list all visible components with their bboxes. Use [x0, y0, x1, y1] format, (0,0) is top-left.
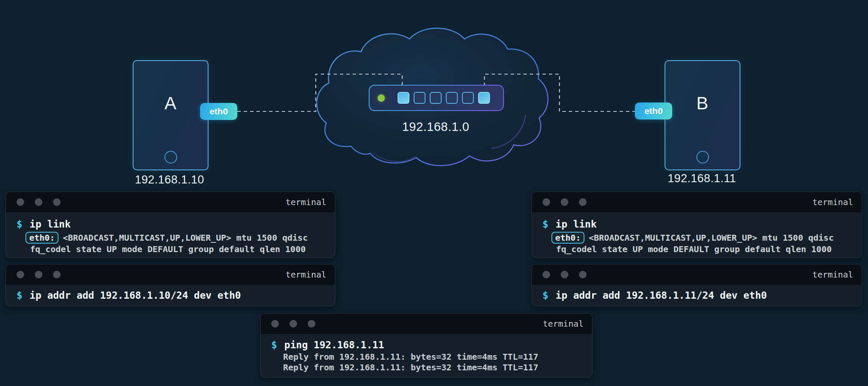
window-dot-icon	[53, 271, 61, 278]
network-diagram-canvas: A eth0 192.168.1.10 B eth0 192.168.1.11 …	[0, 0, 868, 386]
terminal-title: terminal	[543, 319, 584, 329]
terminal-body: $ ip addr add 192.168.1.10/24 dev eth0	[6, 285, 335, 302]
output-line: fq_codel state UP mode DEFAULT group def…	[30, 244, 327, 255]
host-a-ip-label: 192.168.1.10	[119, 173, 220, 186]
shell-prompt: $	[271, 338, 277, 352]
host-node-b: B	[665, 60, 740, 170]
window-dot-icon	[542, 198, 550, 206]
terminal-titlebar: terminal	[6, 264, 335, 285]
window-dot-icon	[289, 320, 297, 328]
switch-port-4	[446, 92, 458, 104]
command-line: $ ping 192.168.1.11	[271, 338, 584, 352]
shell-prompt: $	[542, 289, 548, 302]
terminal-body: $ ip link eth0: <BROADCAST,MULTICAST,UP,…	[6, 212, 335, 255]
shell-prompt: $	[17, 217, 22, 231]
host-a-label: A	[134, 61, 208, 146]
host-b-label: B	[665, 61, 740, 146]
command-line: $ ip addr add 192.168.1.11/24 dev eth0	[542, 289, 854, 302]
command-text: ip addr add 192.168.1.10/24 dev eth0	[30, 289, 241, 302]
ping-reply-line: Reply from 192.168.1.11: bytes=32 time=4…	[283, 362, 584, 373]
window-dot-icon	[579, 271, 587, 278]
terminal-titlebar: terminal	[6, 192, 335, 212]
window-dot-icon	[35, 198, 42, 206]
host-b-eth0-badge: eth0	[635, 103, 672, 119]
output-line: fq_codel state UP mode DEFAULT group def…	[556, 244, 854, 255]
terminal-body: $ ip addr add 192.168.1.11/24 dev eth0	[532, 285, 862, 302]
window-dot-icon	[542, 271, 550, 278]
output-line: eth0: <BROADCAST,MULTICAST,UP,LOWER_UP> …	[25, 232, 327, 244]
window-dot-icon	[561, 198, 568, 206]
eth0-tag: eth0:	[25, 232, 58, 244]
terminal-window-b-ip-link: terminal $ ip link eth0: <BROADCAST,MULT…	[531, 192, 862, 258]
terminal-body: $ ping 192.168.1.11 Reply from 192.168.1…	[261, 334, 592, 373]
host-b-ip-label: 192.168.1.11	[651, 172, 753, 185]
ping-reply-line: Reply from 192.168.1.11: bytes=32 time=4…	[283, 352, 584, 362]
command-output: eth0: <BROADCAST,MULTICAST,UP,LOWER_UP> …	[551, 232, 854, 255]
output-text: <BROADCAST,MULTICAST,UP,LOWER_UP> mtu 15…	[63, 232, 308, 243]
command-text: ip link	[30, 217, 71, 231]
window-dot-icon	[35, 271, 42, 278]
window-dot-icon	[271, 320, 279, 328]
switch-ports	[398, 92, 490, 104]
host-a-eth0-badge: eth0	[200, 103, 237, 120]
switch-port-5	[462, 92, 474, 104]
host-a-power-dot-icon	[164, 151, 177, 164]
network-switch	[369, 85, 504, 111]
window-dot-icon	[561, 271, 568, 278]
command-text: ip addr add 192.168.1.11/24 dev eth0	[556, 289, 767, 302]
terminal-body: $ ip link eth0: <BROADCAST,MULTICAST,UP,…	[532, 212, 862, 255]
shell-prompt: $	[17, 289, 22, 302]
output-line: eth0: <BROADCAST,MULTICAST,UP,LOWER_UP> …	[551, 232, 854, 244]
terminal-window-a-ip-link: terminal $ ip link eth0: <BROADCAST,MULT…	[6, 192, 335, 258]
command-line: $ ip link	[17, 217, 327, 231]
eth0-tag: eth0:	[551, 232, 584, 244]
terminal-window-a-ip-addr: terminal $ ip addr add 192.168.1.10/24 d…	[6, 264, 335, 306]
window-dot-icon	[579, 198, 587, 206]
terminal-window-ping: terminal $ ping 192.168.1.11 Reply from …	[260, 313, 593, 378]
terminal-titlebar: terminal	[532, 264, 862, 285]
shell-prompt: $	[542, 217, 548, 231]
switch-port-6	[478, 92, 490, 104]
switch-status-led-icon	[378, 94, 385, 102]
command-text: ip link	[556, 217, 597, 231]
window-dot-icon	[308, 320, 315, 328]
terminal-window-b-ip-addr: terminal $ ip addr add 192.168.1.11/24 d…	[531, 264, 862, 306]
host-node-a: A	[133, 60, 209, 170]
window-dot-icon	[53, 198, 61, 206]
command-output: eth0: <BROADCAST,MULTICAST,UP,LOWER_UP> …	[25, 232, 327, 255]
command-line: $ ip link	[542, 217, 854, 231]
terminal-title: terminal	[286, 269, 326, 280]
command-text: ping 192.168.1.11	[284, 338, 384, 352]
switch-port-2	[414, 92, 426, 104]
window-dot-icon	[17, 271, 24, 278]
window-dot-icon	[17, 198, 24, 206]
switch-port-3	[430, 92, 442, 104]
host-b-power-dot-icon	[696, 151, 709, 164]
output-text: <BROADCAST,MULTICAST,UP,LOWER_UP> mtu 15…	[589, 232, 834, 243]
terminal-title: terminal	[812, 269, 853, 280]
terminal-title: terminal	[812, 197, 853, 207]
network-subnet-label: 192.168.1.0	[385, 120, 487, 134]
terminal-titlebar: terminal	[532, 192, 862, 212]
terminal-title: terminal	[286, 197, 326, 207]
switch-port-1	[398, 92, 409, 104]
terminal-titlebar: terminal	[261, 314, 592, 334]
command-line: $ ip addr add 192.168.1.10/24 dev eth0	[17, 289, 327, 302]
